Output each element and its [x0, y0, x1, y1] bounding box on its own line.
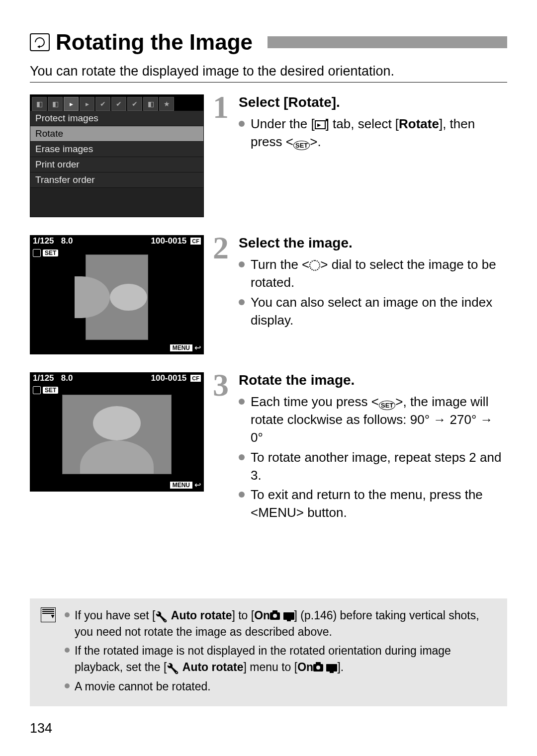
- notes-icon: ▾: [41, 607, 56, 622]
- menu-item: Erase images: [30, 142, 203, 157]
- preview-image: [62, 395, 172, 474]
- note-text: If you have set [🔧 Auto rotate] to [On ]…: [75, 607, 496, 640]
- menu-item-selected: Rotate: [30, 126, 203, 142]
- note-bullet: If you have set [🔧 Auto rotate] to [On ]…: [65, 607, 496, 640]
- menu-tab-icon: ✔: [127, 97, 142, 111]
- set-indicator: SET: [33, 249, 58, 257]
- preview-screenshot-sideways: 1/125 8.0 100-0015CF SET MENU ↩: [30, 235, 204, 354]
- step-bullet: To rotate another image, repeat steps 2 …: [239, 449, 507, 485]
- menu-screenshot: ◧ ◧ ▸ ▸ ✔ ✔ ✔ ◧ ★ Protect images Rotate …: [30, 94, 204, 217]
- file-number: 100-0015: [151, 236, 186, 246]
- step-number: 2: [213, 235, 235, 332]
- notes-body: If you have set [🔧 Auto rotate] to [On ]…: [65, 607, 496, 697]
- step-1: ◧ ◧ ▸ ▸ ✔ ✔ ✔ ◧ ★ Protect images Rotate …: [30, 94, 507, 217]
- return-icon: ↩: [194, 343, 201, 352]
- wrench-icon: 🔧: [155, 610, 168, 624]
- shutter-value: 1/125: [33, 373, 54, 383]
- menu-button-text: MENU: [258, 505, 296, 520]
- step-bullet: Turn the <> dial to select the image to …: [239, 256, 507, 292]
- menu-item: Print order: [30, 157, 203, 172]
- rotate-icon: [33, 249, 41, 257]
- menu-tab-icon: ◧: [32, 97, 47, 111]
- aperture-value: 8.0: [61, 236, 73, 246]
- monitor-icon: [283, 612, 294, 620]
- menu-item: Protect images: [30, 111, 203, 126]
- wrench-icon: 🔧: [167, 662, 179, 675]
- intro-text: You can rotate the displayed image to th…: [30, 64, 507, 79]
- bullet-dot-icon: [65, 648, 70, 653]
- menu-tab-icon: ✔: [111, 97, 126, 111]
- step-title: Select [Rotate].: [239, 94, 507, 110]
- bullet-text: Turn the <> dial to select the image to …: [251, 256, 507, 292]
- step-bullet: To exit and return to the menu, press th…: [239, 486, 507, 522]
- bullet-dot-icon: [239, 121, 245, 127]
- menu-list: Protect images Rotate Erase images Print…: [30, 111, 203, 188]
- menu-tab-icon: ◧: [48, 97, 63, 111]
- preview-image: [86, 254, 148, 340]
- bullet-text: Each time you press <SET>, the image wil…: [251, 393, 507, 447]
- step-bullet: Each time you press <SET>, the image wil…: [239, 393, 507, 447]
- card-icon: CF: [190, 238, 201, 245]
- note-text: A movie cannot be rotated.: [75, 678, 211, 694]
- note-bullet: A movie cannot be rotated.: [65, 678, 496, 694]
- rotate-title-icon: [30, 33, 50, 51]
- menu-badge: MENU: [170, 482, 192, 489]
- bullet-dot-icon: [239, 261, 245, 267]
- menu-tab-strip: ◧ ◧ ▸ ▸ ✔ ✔ ✔ ◧ ★: [30, 95, 203, 111]
- menu-tab-icon: ◧: [143, 97, 158, 111]
- step-title: Select the image.: [239, 235, 507, 251]
- note-bullet: If the rotated image is not displayed in…: [65, 643, 496, 675]
- divider: [30, 82, 507, 83]
- dial-icon: [309, 260, 320, 271]
- step-bullet: You can also select an image on the inde…: [239, 294, 507, 330]
- menu-item: Transfer order: [30, 172, 203, 188]
- bullet-dot-icon: [239, 299, 245, 305]
- bullet-dot-icon: [239, 492, 245, 498]
- page-title-row: Rotating the Image: [30, 30, 507, 55]
- step-number: 1: [213, 94, 235, 153]
- menu-blank-area: [30, 188, 203, 217]
- shutter-value: 1/125: [33, 236, 54, 246]
- step-3: 1/125 8.0 100-0015CF SET MENU ↩ 3 Rotate…: [30, 372, 507, 524]
- title-decor-bar: [268, 36, 507, 48]
- step-bullet: Under the [] tab, select [Rotate], then …: [239, 115, 507, 151]
- bullet-dot-icon: [65, 683, 70, 688]
- step-title: Rotate the image.: [239, 372, 507, 388]
- note-text: If the rotated image is not displayed in…: [75, 643, 496, 675]
- menu-tab-icon: ✔: [95, 97, 110, 111]
- menu-tab-playback-icon: ▸: [64, 97, 79, 111]
- bullet-dot-icon: [239, 454, 245, 460]
- file-number: 100-0015: [151, 373, 186, 383]
- camera-icon: [270, 612, 280, 620]
- menu-indicator: MENU ↩: [170, 343, 201, 352]
- rotate-icon: [33, 386, 41, 394]
- step-number: 3: [213, 372, 235, 524]
- return-icon: ↩: [194, 480, 201, 490]
- page-title: Rotating the Image: [56, 30, 253, 55]
- camera-icon: [313, 664, 323, 672]
- menu-tab-icon: ▸: [80, 97, 94, 111]
- bullet-text: To rotate another image, repeat steps 2 …: [251, 449, 507, 485]
- set-button-icon: SET: [379, 401, 395, 410]
- card-icon: CF: [190, 375, 201, 382]
- notes-box: ▾ If you have set [🔧 Auto rotate] to [On…: [30, 598, 507, 706]
- set-indicator: SET: [33, 386, 58, 394]
- bullet-text: To exit and return to the menu, press th…: [251, 486, 507, 522]
- menu-indicator: MENU ↩: [170, 480, 201, 490]
- set-badge: SET: [43, 250, 58, 256]
- bullet-text: Under the [] tab, select [Rotate], then …: [251, 115, 507, 151]
- bullet-dot-icon: [65, 612, 70, 617]
- menu-badge: MENU: [170, 344, 192, 351]
- page-number: 134: [30, 721, 52, 736]
- aperture-value: 8.0: [61, 373, 73, 383]
- menu-tab-icon: ★: [159, 97, 174, 111]
- playback-tab-icon: [315, 120, 326, 129]
- preview-screenshot-upright: 1/125 8.0 100-0015CF SET MENU ↩: [30, 372, 204, 492]
- set-button-icon: SET: [293, 141, 310, 150]
- bullet-dot-icon: [239, 399, 245, 405]
- monitor-icon: [326, 664, 337, 672]
- bullet-text: You can also select an image on the inde…: [251, 294, 507, 330]
- step-2: 1/125 8.0 100-0015CF SET MENU ↩ 2 Select…: [30, 235, 507, 354]
- set-badge: SET: [43, 387, 58, 394]
